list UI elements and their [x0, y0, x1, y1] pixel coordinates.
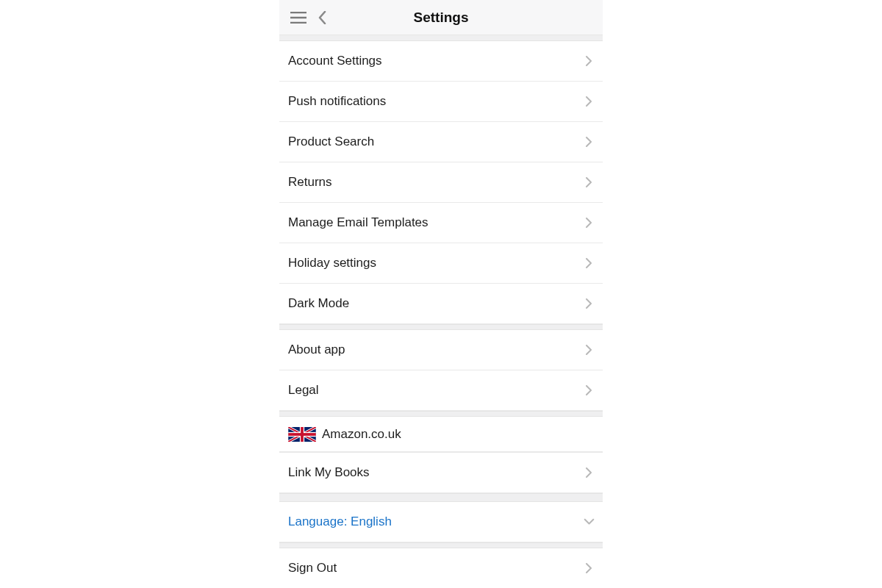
- chevron-right-icon: [586, 258, 592, 268]
- settings-group-info: About app Legal: [279, 330, 603, 411]
- row-product-search[interactable]: Product Search: [279, 122, 603, 162]
- settings-group-marketplace: Amazon.co.uk: [279, 417, 603, 452]
- settings-group-main: Account Settings Push notifications Prod…: [279, 41, 603, 324]
- row-label: Returns: [288, 175, 586, 190]
- chevron-right-icon: [586, 177, 592, 187]
- row-label: Legal: [288, 383, 586, 398]
- chevron-down-icon: [586, 517, 592, 527]
- row-label: Sign Out: [288, 561, 586, 576]
- settings-group-integrations: Link My Books: [279, 452, 603, 493]
- row-label: Amazon.co.uk: [322, 427, 592, 442]
- row-account-settings[interactable]: Account Settings: [279, 41, 603, 82]
- row-label: Dark Mode: [288, 296, 586, 311]
- uk-flag-icon: [288, 427, 316, 442]
- row-legal[interactable]: Legal: [279, 370, 603, 411]
- row-label: About app: [288, 343, 586, 357]
- chevron-right-icon: [586, 345, 592, 355]
- row-label: Manage Email Templates: [288, 215, 586, 230]
- row-label: Push notifications: [288, 94, 586, 109]
- settings-group-language: Language: English: [279, 502, 603, 542]
- section-divider: [279, 324, 603, 330]
- row-label: Product Search: [288, 135, 586, 149]
- row-label: Holiday settings: [288, 256, 586, 270]
- row-about-app[interactable]: About app: [279, 330, 603, 370]
- section-divider: [279, 35, 603, 41]
- row-label: Link My Books: [288, 465, 586, 480]
- section-divider: [279, 493, 603, 502]
- hamburger-icon: [290, 12, 306, 24]
- chevron-right-icon: [586, 218, 592, 228]
- header-bar: Settings: [279, 0, 603, 35]
- row-label: Language: English: [288, 514, 586, 529]
- chevron-right-icon: [586, 563, 592, 573]
- row-sign-out[interactable]: Sign Out: [279, 548, 603, 588]
- row-returns[interactable]: Returns: [279, 162, 603, 203]
- chevron-right-icon: [586, 56, 592, 66]
- row-dark-mode[interactable]: Dark Mode: [279, 284, 603, 324]
- back-button[interactable]: [310, 6, 334, 29]
- chevron-right-icon: [586, 96, 592, 107]
- chevron-left-icon: [318, 11, 326, 24]
- row-manage-email-templates[interactable]: Manage Email Templates: [279, 203, 603, 243]
- app-frame: Settings Account Settings Push notificat…: [279, 0, 603, 588]
- row-holiday-settings[interactable]: Holiday settings: [279, 243, 603, 284]
- menu-button[interactable]: [287, 6, 310, 29]
- row-label: Account Settings: [288, 54, 586, 68]
- row-push-notifications[interactable]: Push notifications: [279, 82, 603, 122]
- chevron-right-icon: [586, 298, 592, 309]
- svg-rect-4: [288, 433, 316, 436]
- section-divider: [279, 542, 603, 548]
- chevron-right-icon: [586, 385, 592, 395]
- settings-group-signout: Sign Out: [279, 548, 603, 588]
- chevron-right-icon: [586, 137, 592, 147]
- row-language[interactable]: Language: English: [279, 502, 603, 542]
- row-link-my-books[interactable]: Link My Books: [279, 453, 603, 493]
- chevron-right-icon: [586, 467, 592, 478]
- row-marketplace[interactable]: Amazon.co.uk: [279, 417, 603, 452]
- section-divider: [279, 411, 603, 417]
